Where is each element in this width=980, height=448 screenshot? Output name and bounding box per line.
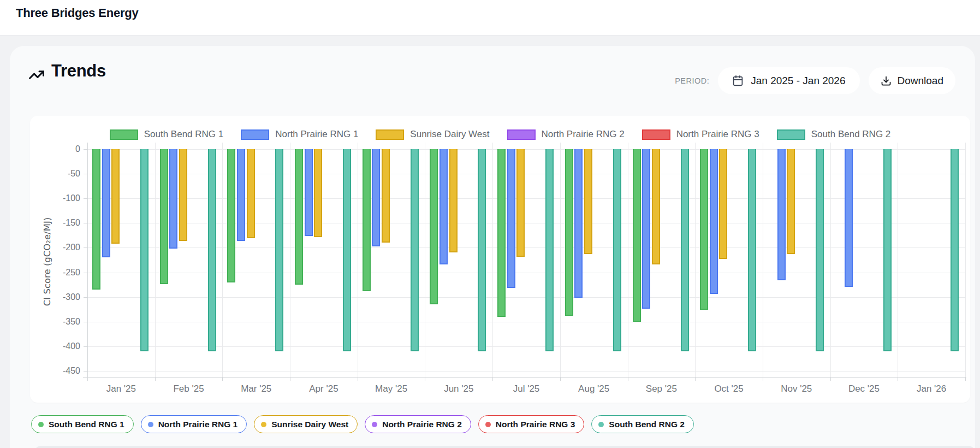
x-axis-tick [763, 378, 763, 381]
chart-bar[interactable] [314, 149, 322, 237]
chart-bar[interactable] [633, 149, 641, 322]
gridline-vertical [695, 143, 696, 377]
gridline-vertical [425, 143, 425, 377]
series-pill-label: Sunrise Dairy West [271, 420, 348, 429]
download-icon [881, 75, 892, 86]
series-pill-label: South Bend RNG 2 [609, 420, 685, 429]
x-axis-label: Dec '25 [836, 384, 891, 394]
x-axis-tick [898, 378, 898, 381]
series-pill[interactable]: North Prairie RNG 2 [365, 415, 471, 433]
series-pill[interactable]: South Bend RNG 2 [591, 415, 694, 433]
chart-bar[interactable] [92, 149, 100, 290]
chart-bar[interactable] [584, 149, 592, 254]
y-axis-tick [84, 297, 87, 298]
chart-bar[interactable] [681, 149, 689, 351]
chart-bar[interactable] [574, 149, 583, 298]
chart-bar[interactable] [700, 149, 708, 310]
gridline-vertical [222, 143, 223, 377]
gridline-horizontal [87, 346, 965, 347]
y-axis-tick [84, 322, 87, 322]
chart-bar[interactable] [652, 149, 660, 264]
chart-bar[interactable] [748, 149, 756, 351]
chart-bar[interactable] [382, 149, 390, 243]
y-axis-tick [84, 273, 87, 273]
download-button[interactable]: Download [869, 67, 956, 94]
chart-bar[interactable] [237, 149, 245, 241]
chart-bar[interactable] [719, 149, 727, 259]
chart-bar[interactable] [439, 149, 448, 264]
chart-bar[interactable] [102, 149, 110, 257]
chart-bar[interactable] [169, 149, 177, 249]
period-value: Jan 2025 - Jan 2026 [751, 75, 845, 87]
chart-bar[interactable] [845, 149, 853, 287]
series-pill[interactable]: South Bend RNG 1 [31, 415, 134, 433]
y-axis-tick-label: -150 [40, 218, 80, 228]
series-pill[interactable]: Sunrise Dairy West [254, 415, 358, 433]
x-axis-tick [560, 378, 561, 381]
page-title: Three Bridges Energy [16, 6, 139, 20]
chart-panel: South Bend RNG 1North Prairie RNG 1Sunri… [30, 116, 970, 403]
gridline-horizontal [87, 322, 965, 322]
period-label: PERIOD: [675, 76, 709, 85]
x-axis-tick [358, 378, 358, 381]
chart-bar[interactable] [275, 149, 283, 351]
chart-bar[interactable] [507, 149, 515, 288]
chart-bar[interactable] [343, 149, 351, 351]
chart-bar[interactable] [227, 149, 235, 282]
series-dot [485, 422, 491, 427]
series-pill[interactable]: North Prairie RNG 3 [478, 415, 585, 433]
chart-bar[interactable] [565, 149, 573, 316]
trends-card: Trends PERIOD: Jan 2025 - Jan 2026 Downl… [10, 46, 975, 448]
gridline-horizontal [87, 198, 965, 199]
chart-bar[interactable] [247, 149, 255, 238]
chart-bar[interactable] [816, 149, 824, 351]
chart-bar[interactable] [363, 149, 371, 291]
chart-bar[interactable] [305, 149, 313, 236]
chart-bar[interactable] [430, 149, 438, 304]
series-dot [598, 422, 604, 427]
x-axis-label: Jan '25 [94, 384, 149, 394]
chart-bar[interactable] [160, 149, 168, 284]
chart-bar[interactable] [497, 149, 506, 317]
chart-bar[interactable] [295, 149, 303, 285]
chart-bar[interactable] [140, 149, 149, 351]
chart-bar[interactable] [449, 149, 458, 252]
x-axis-tick [695, 378, 696, 381]
x-axis-label: Jan '26 [904, 384, 959, 394]
chart-bar[interactable] [372, 149, 380, 246]
period-selector[interactable]: Jan 2025 - Jan 2026 [718, 67, 859, 94]
gridline-horizontal [87, 273, 965, 273]
chart-bar[interactable] [208, 149, 216, 351]
chart-bar[interactable] [642, 149, 650, 309]
x-axis-tick [425, 378, 425, 381]
gridline-vertical [560, 143, 561, 377]
series-pill[interactable]: North Prairie RNG 1 [141, 415, 247, 433]
series-pill-row: South Bend RNG 1North Prairie RNG 1Sunri… [31, 415, 694, 433]
y-axis-tick [84, 223, 87, 223]
chart-bar[interactable] [613, 149, 621, 351]
series-dot [261, 422, 266, 427]
y-axis-tick [84, 346, 87, 347]
x-axis-tick [965, 378, 966, 381]
chart-bar[interactable] [710, 149, 718, 294]
chart-bar[interactable] [883, 149, 892, 351]
chart-bar[interactable] [545, 149, 554, 351]
chart-bar[interactable] [787, 149, 795, 254]
series-pill-label: North Prairie RNG 1 [158, 420, 238, 429]
chart-bar[interactable] [516, 149, 525, 257]
chart-bar[interactable] [411, 149, 419, 351]
gridline-vertical [492, 143, 493, 377]
chart-bar[interactable] [951, 149, 959, 351]
y-axis-tick [84, 247, 87, 248]
gridline-vertical [628, 143, 628, 377]
chart-bar[interactable] [111, 149, 120, 244]
y-axis-tick [84, 198, 87, 199]
chart-bar[interactable] [478, 149, 486, 351]
bar-chart: CI Score (gCO₂e/MJ) 0-50-100-150-200-250… [30, 116, 970, 403]
chart-bar[interactable] [179, 149, 187, 241]
x-axis-label: Jul '25 [499, 384, 554, 394]
x-axis-label: Sep '25 [634, 384, 688, 394]
trending-up-icon [28, 67, 45, 83]
chart-bar[interactable] [777, 149, 786, 280]
series-pill-label: South Bend RNG 1 [49, 420, 124, 429]
